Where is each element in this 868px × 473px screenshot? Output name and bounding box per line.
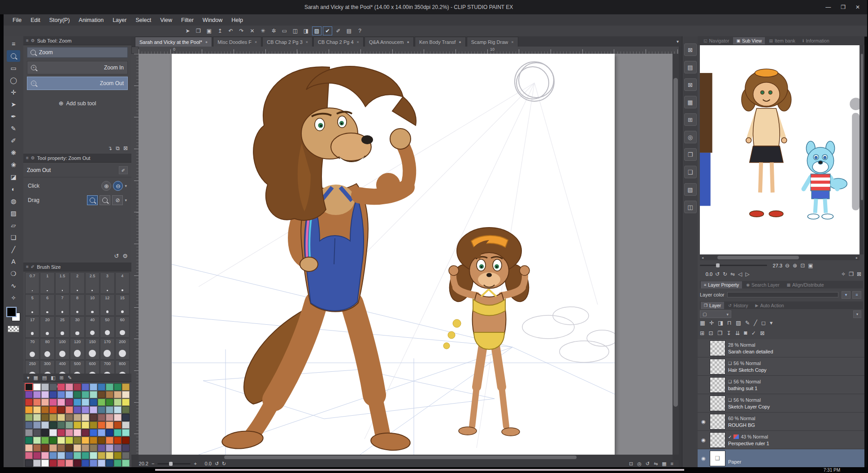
sub-view-image[interactable]	[700, 45, 859, 254]
import-subtool-icon[interactable]: ↴	[108, 145, 112, 151]
material-color-pattern-icon[interactable]: ⊠	[684, 43, 697, 56]
canvas-page[interactable]	[172, 54, 615, 455]
color-swatch[interactable]	[114, 452, 122, 459]
layer-more-caret-icon[interactable]: ▾	[770, 319, 773, 326]
blend-mode-select[interactable]: ▢ ▾	[700, 310, 731, 318]
layer-row[interactable]: ✓ ❑ Paper	[698, 449, 864, 467]
subview-zoom-in-icon[interactable]: ⊕	[793, 262, 797, 269]
document-tab[interactable]: CB Chap 2 Pg 3 ×	[262, 37, 312, 47]
layer-property-tab[interactable]: ▦ Align/Distribute	[783, 281, 827, 288]
color-swatch[interactable]	[106, 444, 113, 452]
menu-item[interactable]: Story(P)	[45, 16, 74, 25]
document-tab[interactable]: Sarah and Vicky at the Pool* ●	[135, 37, 212, 47]
color-swatch[interactable]	[65, 414, 73, 421]
redo-icon[interactable]: ↷	[237, 26, 246, 35]
color-swatch[interactable]	[65, 452, 73, 459]
canvas-viewport[interactable]	[139, 54, 673, 455]
material-primary-icon[interactable]: ❐	[684, 148, 697, 161]
gradient-tool[interactable]: ▨	[7, 207, 20, 219]
material-manga-icon[interactable]: ⊠	[684, 78, 697, 91]
color-swatch[interactable]	[98, 437, 105, 444]
color-swatch[interactable]	[41, 414, 49, 421]
color-swatch[interactable]	[82, 444, 89, 452]
color-swatch[interactable]	[98, 383, 105, 391]
brush-size-cell[interactable]: 60	[115, 316, 130, 338]
brush-size-cell[interactable]: 150	[85, 338, 100, 360]
color-swatch[interactable]	[82, 406, 89, 413]
frame-border-tool[interactable]: ❏	[7, 232, 20, 243]
color-swatch[interactable]	[41, 429, 49, 436]
layer-palette-tab[interactable]: ▶ Auto Action	[752, 302, 787, 309]
layer-row[interactable]: ✓ ❑ 28 % Normal Sarah clean detailed	[698, 339, 864, 357]
color-swatch[interactable]	[82, 421, 89, 429]
color-swatch[interactable]	[106, 421, 113, 429]
color-swatch[interactable]	[25, 406, 33, 413]
layer-row[interactable]: ✓ ❑ 60 % Normal ROUGH BG	[698, 413, 864, 431]
color-swatch[interactable]	[122, 406, 130, 413]
brush-size-cell[interactable]: 8	[70, 294, 84, 316]
selection-area-tool[interactable]: ▭	[7, 62, 20, 74]
color-swatch[interactable]	[49, 452, 57, 459]
zoom-slider-knob[interactable]	[169, 462, 173, 466]
actual-size-icon[interactable]: ◎	[637, 461, 642, 467]
eyedropper-tool[interactable]: ✧	[7, 292, 20, 304]
color-swatch[interactable]	[90, 437, 97, 444]
color-swatch[interactable]	[74, 429, 81, 436]
document-tab-close-icon[interactable]: ●	[205, 40, 208, 44]
color-swatch[interactable]	[33, 391, 41, 398]
brush-size-cell[interactable]: 170	[100, 338, 114, 360]
color-set-mix-icon[interactable]: ◧	[51, 375, 55, 381]
color-swatch[interactable]	[114, 383, 122, 391]
export-icon[interactable]: ↥	[215, 26, 225, 35]
color-swatch[interactable]	[122, 391, 130, 398]
ruler-pen-icon[interactable]: ✐	[334, 26, 343, 35]
document-tab-close-icon[interactable]: ×	[306, 40, 308, 44]
color-swatch[interactable]	[82, 414, 89, 421]
deselect-icon[interactable]: ◫	[291, 26, 300, 35]
color-swatch[interactable]	[98, 414, 105, 421]
color-swatch[interactable]	[41, 460, 49, 467]
airbrush-tool[interactable]: ❋	[7, 147, 20, 159]
color-swatch[interactable]	[25, 414, 33, 421]
duplicate-subtool-icon[interactable]: ⧉	[116, 145, 120, 151]
color-swatch[interactable]	[98, 460, 105, 467]
color-swatch[interactable]	[33, 444, 41, 452]
panel-tab[interactable]: ▣ Sub View	[733, 37, 765, 44]
document-tab-close-icon[interactable]: ×	[357, 40, 359, 44]
menu-item[interactable]: File	[8, 16, 26, 25]
color-swatch[interactable]	[74, 391, 81, 398]
layer-move-icon[interactable]: ✛	[709, 319, 714, 326]
color-swatch[interactable]	[114, 444, 122, 452]
color-swatch[interactable]	[74, 399, 81, 406]
line-correction-tool[interactable]: ∿	[7, 280, 20, 292]
color-swatch[interactable]	[41, 383, 49, 391]
color-swatch[interactable]	[49, 391, 57, 398]
subview-rotate-right-icon[interactable]: ↻	[723, 271, 727, 277]
apply-mask-icon[interactable]: ✓	[751, 330, 756, 336]
layer-row[interactable]: ✓ ❑ 56 % Normal Sketch Layer Copy	[698, 394, 864, 413]
open-file-icon[interactable]: ❐	[194, 26, 203, 35]
color-swatch[interactable]	[106, 460, 113, 467]
panel-tab[interactable]: ℹ Information	[799, 37, 833, 44]
pencil-tool[interactable]: ✎	[7, 123, 20, 134]
menu-item[interactable]: Select	[131, 16, 156, 25]
layer-ruler-range-icon[interactable]: ╱	[754, 319, 757, 326]
brush-size-cell[interactable]: 20	[40, 316, 54, 338]
color-swatch[interactable]	[74, 383, 81, 391]
color-set-caret-icon[interactable]: ▾	[27, 375, 30, 381]
tab-list-caret-icon[interactable]: ▾	[677, 39, 679, 44]
color-swatch[interactable]	[49, 414, 57, 421]
color-swatch[interactable]	[114, 437, 122, 444]
brush-tool[interactable]: ✐	[7, 135, 20, 146]
color-swatch[interactable]	[57, 391, 65, 398]
color-swatch[interactable]	[41, 406, 49, 413]
brush-size-cell[interactable]: 70	[25, 338, 39, 360]
layer-lock-alpha-icon[interactable]: ▨	[736, 319, 741, 326]
flip-horizontal-icon[interactable]: ⇋	[654, 461, 658, 467]
brush-size-cell[interactable]: 6	[40, 294, 54, 316]
click-zoom-out-option[interactable]: ⊖	[113, 181, 123, 191]
snap-special-icon[interactable]: ✲	[269, 26, 278, 35]
pixel-grid-icon[interactable]: ▦	[662, 461, 666, 467]
color-swatch[interactable]	[65, 444, 73, 452]
layer-palette-tab[interactable]: ❐ Layer	[701, 302, 724, 309]
